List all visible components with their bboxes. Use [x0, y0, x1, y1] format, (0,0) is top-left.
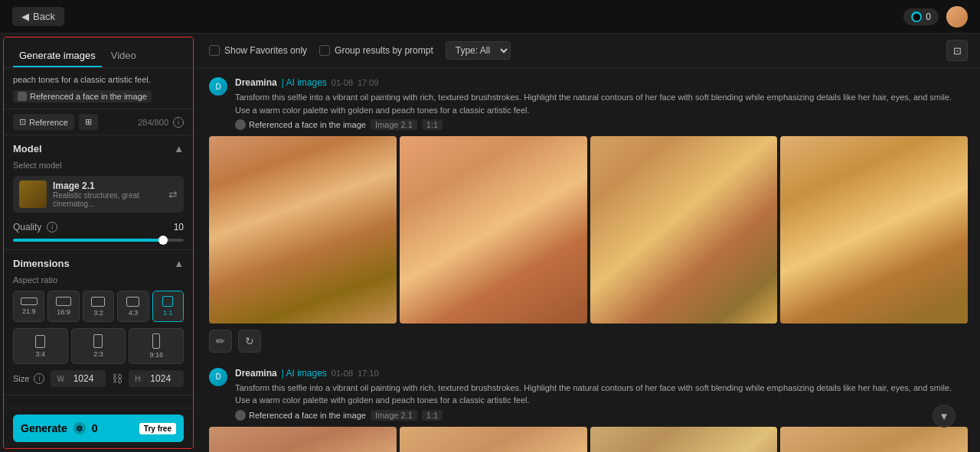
gen-service-1: | AI images: [282, 77, 327, 88]
aspect-btn-3-4[interactable]: 3:4: [13, 328, 68, 364]
width-prefix: W: [57, 375, 64, 383]
back-label: Back: [33, 11, 55, 22]
save-to-folder-btn[interactable]: ⊡: [946, 40, 968, 61]
model-section: Model ▲ Select model Image 2.1 Realistic…: [4, 135, 193, 250]
face-ref-icon: [18, 92, 27, 101]
aspect-btn-4-3[interactable]: 4:3: [117, 291, 149, 322]
tab-video[interactable]: Video: [105, 45, 142, 67]
dimensions-section-header: Dimensions ▲: [13, 258, 184, 269]
gen-tags-2: Referenced a face in the image Image 2.1…: [235, 410, 968, 421]
scroll-down-button[interactable]: ▼: [933, 405, 956, 428]
quality-value: 10: [174, 222, 184, 233]
gen-face-ref-2: Referenced a face in the image: [235, 410, 366, 421]
back-arrow-icon: ◀: [21, 11, 29, 22]
results-area[interactable]: D Dreamina | AI images 01-08 17:09 Tansf…: [197, 68, 980, 452]
aspect-icon-16-9: [56, 297, 71, 306]
aspect-ratio-label: Aspect ratio: [13, 275, 184, 285]
gen-header-content-2: Dreamina | AI images 01-08 17:10 Tansfor…: [235, 368, 968, 421]
gen-image-1-3[interactable]: [590, 136, 778, 324]
show-favorites-checkbox[interactable]: Show Favorites only: [209, 45, 307, 56]
refresh-btn-1[interactable]: ↻: [238, 330, 261, 353]
aspect-icon-1-1: [162, 296, 173, 307]
gen-avatar-2: D: [209, 368, 227, 386]
model-info: Image 2.1 Realistic structures, great ci…: [53, 180, 162, 208]
model-settings-icon[interactable]: ⇄: [168, 188, 178, 200]
model-section-header: Model ▲: [13, 143, 184, 154]
gen-image-1-1[interactable]: [209, 136, 397, 324]
quality-info-icon: i: [47, 222, 57, 233]
gen-meta-2: Dreamina | AI images 01-08 17:10: [235, 368, 968, 379]
gen-image-2-3[interactable]: [590, 427, 778, 452]
gen-date-1: 01-08: [332, 78, 353, 87]
content-toolbar: Show Favorites only Group results by pro…: [197, 34, 980, 68]
generate-gear-icon: ⚙: [74, 422, 86, 434]
gen-image-1-2[interactable]: [400, 136, 587, 324]
aspect-ratio-row2: 3:4 2:3 9:16: [13, 328, 184, 364]
gen-images-1: [209, 136, 968, 324]
model-collapse-icon[interactable]: ▲: [174, 143, 184, 154]
width-input[interactable]: [67, 373, 100, 384]
model-select-subtitle: Select model: [13, 161, 184, 170]
gen-image-2-2[interactable]: [400, 427, 587, 452]
gen-service-2: | AI images: [282, 368, 327, 379]
edit-btn-1[interactable]: ✏: [209, 330, 232, 353]
aspect-btn-16-9[interactable]: 16:9: [47, 291, 79, 322]
aspect-btn-1-1[interactable]: 1:1: [152, 291, 184, 322]
gen-user-2: Dreamina: [235, 368, 277, 379]
sidebar: Generate images Video peach tones for a …: [3, 37, 194, 449]
topbar-right: ⬤ 0: [903, 6, 968, 28]
show-favorites-checkbox-box[interactable]: [209, 45, 220, 56]
size-row: Size i W ⛓ H: [13, 370, 184, 387]
template-button[interactable]: ⊞: [79, 114, 98, 130]
gen-tag-model-1: Image 2.1: [371, 119, 417, 130]
link-dimensions-icon[interactable]: ⛓: [112, 372, 122, 385]
group-results-checkbox-box[interactable]: [319, 45, 330, 56]
char-count: 284/800 i: [138, 117, 184, 128]
generate-credits: 0: [92, 422, 98, 434]
back-button[interactable]: ◀ Back: [12, 7, 64, 26]
quality-thumb[interactable]: [158, 236, 168, 245]
char-info-icon: i: [173, 117, 184, 128]
gen-image-2-4[interactable]: [780, 427, 968, 452]
gen-time-1: 17:09: [358, 78, 379, 87]
credits-badge: ⬤ 0: [903, 8, 939, 25]
quality-label: Quality i: [13, 222, 57, 233]
tab-generate-images[interactable]: Generate images: [13, 45, 102, 67]
avatar[interactable]: [946, 6, 968, 28]
aspect-icon-2-3: [93, 334, 103, 348]
model-card[interactable]: Image 2.1 Realistic structures, great ci…: [13, 176, 184, 213]
gen-date-2: 01-08: [332, 369, 353, 378]
aspect-btn-9-16[interactable]: 9:16: [129, 328, 184, 364]
aspect-btn-2-3[interactable]: 2:3: [71, 328, 126, 364]
gen-tags-1: Referenced a face in the image Image 2.1…: [235, 119, 968, 130]
gen-header-content-1: Dreamina | AI images 01-08 17:09 Tansfor…: [235, 77, 968, 130]
size-info-icon: i: [34, 373, 44, 384]
reference-button[interactable]: ⊡ Reference: [13, 114, 74, 130]
gen-prompt-1: Tansform this selfie into a vibrant oil …: [235, 91, 968, 116]
dimensions-collapse-icon[interactable]: ▲: [174, 258, 184, 269]
height-input-group: H: [129, 370, 184, 387]
quality-row: Quality i 10: [13, 222, 184, 233]
credits-count: 0: [926, 11, 931, 22]
aspect-icon-3-2: [91, 297, 105, 307]
aspect-btn-21-9[interactable]: 21:9: [13, 291, 44, 322]
size-label: Size i: [13, 373, 44, 384]
save-icon: ⊡: [953, 45, 962, 57]
generate-bar: Generate ⚙ 0 Try free: [4, 408, 193, 448]
model-description: Realistic structures, great cinematog...: [53, 191, 162, 208]
aspect-icon-4-3: [126, 297, 139, 307]
group-results-checkbox[interactable]: Group results by prompt: [319, 45, 433, 56]
type-select[interactable]: Type: All: [446, 41, 511, 60]
height-input[interactable]: [143, 373, 178, 384]
height-prefix: H: [135, 375, 140, 383]
aspect-btn-3-2[interactable]: 3:2: [83, 291, 114, 322]
aspect-icon-3-4: [35, 335, 45, 348]
generate-button[interactable]: Generate ⚙ 0 Try free: [13, 415, 184, 442]
gen-image-2-1[interactable]: [209, 427, 397, 452]
gen-actions-1: ✏ ↻: [209, 330, 968, 353]
model-name: Image 2.1: [53, 180, 162, 191]
dimensions-title: Dimensions: [13, 258, 70, 269]
gen-image-1-4[interactable]: [780, 136, 968, 324]
quality-slider[interactable]: [13, 239, 184, 242]
gen-face-ref-1: Referenced a face in the image: [235, 119, 366, 130]
